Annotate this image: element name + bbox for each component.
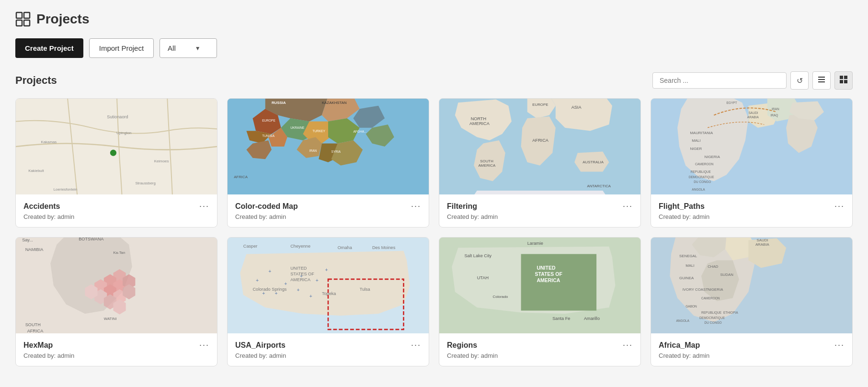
projects-icon <box>15 11 31 27</box>
svg-text:AMERICA: AMERICA <box>537 277 560 283</box>
search-controls: ↺ <box>652 71 853 90</box>
svg-text:CAMEROON: CAMEROON <box>701 296 720 300</box>
svg-text:ANGOLA: ANGOLA <box>692 188 705 191</box>
grid-view-button[interactable] <box>834 71 853 90</box>
project-card-filtering[interactable]: NORTH AMERICA SOUTH AMERICA EUROPE AFRIC… <box>439 98 641 228</box>
card-name-row: Africa_Map ··· <box>659 340 845 350</box>
card-name: Color-coded Map <box>235 202 298 211</box>
card-creator: Created by: admin <box>659 352 845 359</box>
svg-text:Omaha: Omaha <box>338 245 353 250</box>
project-card-accidents[interactable]: Sutionaord Upington Kakamas Keimoes Kaki… <box>15 98 217 228</box>
section-header: Projects ↺ <box>15 71 853 90</box>
svg-text:Sutionaord: Sutionaord <box>107 114 128 119</box>
svg-text:+: + <box>268 268 271 274</box>
create-project-button[interactable]: Create Project <box>15 38 83 58</box>
card-menu-button[interactable]: ··· <box>834 201 845 211</box>
card-info-regions: Regions ··· Created by: admin <box>439 333 640 366</box>
card-menu-button[interactable]: ··· <box>411 201 421 211</box>
card-menu-button[interactable]: ··· <box>623 201 633 211</box>
card-name: HexMap <box>23 341 53 350</box>
svg-text:GUINEA: GUINEA <box>679 276 694 280</box>
filter-dropdown[interactable]: All ▼ <box>160 38 217 58</box>
svg-text:+: + <box>309 293 312 299</box>
list-view-button[interactable] <box>812 71 831 90</box>
svg-text:NIGER: NIGER <box>690 147 702 151</box>
svg-text:+: + <box>297 287 299 293</box>
svg-text:Say...: Say... <box>22 238 33 242</box>
svg-text:SOUTH: SOUTH <box>480 159 493 163</box>
project-card-africa-map[interactable]: MOROCCO ALGERIA LIBYA EGYPT SAUDI ARABIA… <box>651 237 853 366</box>
svg-text:EGYPT: EGYPT <box>727 101 737 104</box>
search-input[interactable] <box>652 72 787 89</box>
filter-value: All <box>168 44 176 52</box>
import-project-button[interactable]: Import Project <box>89 38 154 58</box>
svg-text:AFRICA: AFRICA <box>532 138 549 143</box>
svg-text:ETHIOPIA: ETHIOPIA <box>723 311 738 314</box>
svg-text:REPUBLIQUE: REPUBLIQUE <box>691 170 711 174</box>
svg-text:UTAH: UTAH <box>477 275 489 280</box>
page-wrapper: Projects Create Project Import Project A… <box>0 0 868 378</box>
svg-rect-7 <box>840 76 843 79</box>
svg-rect-5 <box>818 79 825 80</box>
card-name-row: HexMap ··· <box>23 340 209 350</box>
svg-text:REPUBLIQUE: REPUBLIQUE <box>701 311 722 315</box>
svg-rect-9 <box>840 80 843 83</box>
card-name-row: USA_Airports ··· <box>235 340 421 350</box>
card-name: USA_Airports <box>235 341 286 350</box>
svg-text:Amarillo: Amarillo <box>584 316 600 321</box>
svg-text:UNITED: UNITED <box>290 266 307 271</box>
grid-view-icon <box>839 75 848 86</box>
card-creator: Created by: admin <box>447 213 633 220</box>
card-info-flight-paths: Flight_Paths ··· Created by: admin <box>651 194 852 227</box>
card-menu-button[interactable]: ··· <box>411 340 421 350</box>
project-card-color-coded[interactable]: RUSSIA KAZAKHSTAN UKRAINE TURKEY EUROPE … <box>227 98 429 228</box>
svg-text:SYRIA: SYRIA <box>331 150 341 153</box>
card-name-row: Regions ··· <box>447 340 633 350</box>
svg-text:Topeka: Topeka <box>322 291 336 296</box>
project-card-hexmap[interactable]: Say... NAMIBIA BOTSWANA Ka-Tan WATINI SO… <box>15 237 217 366</box>
card-menu-button[interactable]: ··· <box>199 340 209 350</box>
svg-text:IRAN: IRAN <box>309 149 317 152</box>
refresh-button[interactable]: ↺ <box>790 71 809 90</box>
svg-text:EUROPE: EUROPE <box>262 119 275 122</box>
card-map-row2-1: Say... NAMIBIA BOTSWANA Ka-Tan WATINI SO… <box>16 238 217 333</box>
svg-text:Colorado Springs: Colorado Springs <box>253 287 287 292</box>
svg-text:KAZAKHSTAN: KAZAKHSTAN <box>322 101 347 105</box>
card-name: Regions <box>447 341 477 350</box>
list-view-icon <box>817 75 826 86</box>
card-menu-button[interactable]: ··· <box>623 340 633 350</box>
svg-text:AMERICA: AMERICA <box>290 277 311 282</box>
svg-text:Kakiebult: Kakiebult <box>28 169 44 173</box>
card-menu-button[interactable]: ··· <box>834 340 845 350</box>
svg-text:CHAD: CHAD <box>708 264 719 269</box>
project-card-regions[interactable]: Salt Lake City Laramie UNITED STATES OF … <box>439 237 641 366</box>
svg-text:+: + <box>316 277 319 283</box>
projects-grid: Sutionaord Upington Kakamas Keimoes Kaki… <box>15 98 853 366</box>
svg-text:+: + <box>325 267 328 273</box>
card-menu-button[interactable]: ··· <box>199 201 209 211</box>
svg-text:STATES OF: STATES OF <box>290 272 314 276</box>
svg-text:AFRICA: AFRICA <box>234 175 248 179</box>
svg-text:Cheyenne: Cheyenne <box>290 244 310 249</box>
svg-text:DEMOCRATIQUE: DEMOCRATIQUE <box>699 316 725 320</box>
svg-text:NAMIBIA: NAMIBIA <box>25 247 44 252</box>
svg-text:Tulsa: Tulsa <box>360 287 371 292</box>
svg-rect-1 <box>24 12 30 18</box>
card-creator: Created by: admin <box>23 352 209 359</box>
project-card-usa-airports[interactable]: + + + + + + + + + + Casper Cheyenne Omah… <box>227 237 429 366</box>
svg-text:Salt Lake City: Salt Lake City <box>465 253 492 258</box>
toolbar: Create Project Import Project All ▼ <box>15 38 853 58</box>
svg-rect-4 <box>818 77 825 78</box>
svg-text:EUROPE: EUROPE <box>532 102 548 107</box>
project-card-flight-paths[interactable]: MAURITANIA MALI NIGER NIGERIA CAMEROON R… <box>651 98 853 228</box>
svg-text:DU CONGO: DU CONGO <box>694 180 711 183</box>
page-header: Projects <box>15 11 853 27</box>
svg-rect-2 <box>16 20 22 26</box>
svg-text:SENEGAL: SENEGAL <box>679 254 697 258</box>
svg-text:Colorado: Colorado <box>493 295 509 299</box>
card-map-flight-paths: MAURITANIA MALI NIGER NIGERIA CAMEROON R… <box>651 99 852 194</box>
svg-text:MALI: MALI <box>692 138 700 143</box>
svg-text:SUDAN: SUDAN <box>720 273 733 277</box>
svg-text:ARABIA: ARABIA <box>755 242 770 247</box>
svg-text:TURKEY: TURKEY <box>312 129 325 133</box>
